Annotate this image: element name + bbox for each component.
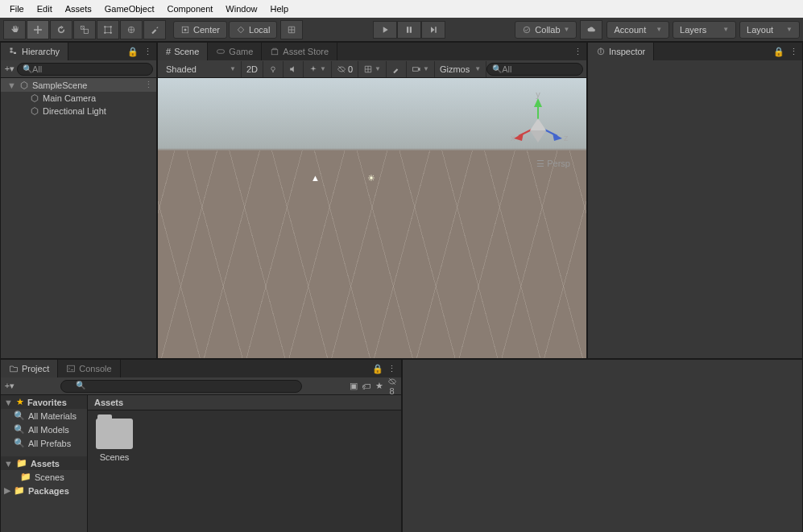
project-search[interactable]: 🔍 (60, 380, 302, 393)
scene-root-item[interactable]: ▼ SampleScene ⋮ (1, 78, 156, 92)
menu-window[interactable]: Window (219, 4, 263, 14)
audio-toggle[interactable] (284, 61, 304, 77)
menu-component[interactable]: Component (160, 4, 219, 14)
layout-dropdown[interactable]: Layout▼ (739, 21, 800, 39)
rotate-tool-button[interactable] (50, 20, 72, 39)
scene-toolbar: Shaded▼ 2D ▼ 0 ▼ ▼ Gizmos▼ 🔍 All (158, 60, 586, 78)
grid-dropdown[interactable]: ▼ (358, 61, 387, 77)
transform-tool-button[interactable] (120, 20, 143, 39)
scene-icon: # (166, 47, 171, 56)
orientation-gizmo[interactable]: y x z (506, 86, 570, 167)
assets-folder[interactable]: ▼📁 Assets (1, 456, 87, 470)
svg-marker-24 (514, 133, 524, 141)
favorite-item[interactable]: 🔍 All Prefabs (1, 436, 87, 450)
scale-tool-button[interactable] (73, 20, 96, 39)
draw-mode-dropdown[interactable]: Shaded▼ (161, 61, 242, 77)
breadcrumb[interactable]: Assets (88, 395, 401, 410)
folder-icon (9, 364, 19, 373)
lightbulb-icon (268, 64, 278, 74)
panel-menu-icon[interactable]: ⋮ (142, 47, 153, 57)
menu-file[interactable]: File (3, 4, 31, 14)
filter-by-type-icon[interactable]: ▣ (348, 381, 359, 391)
scene-viewport[interactable]: ▲ ☀ y x z ☰ Persp (158, 78, 586, 358)
move-tool-button[interactable] (27, 20, 49, 39)
hand-tool-button[interactable] (3, 20, 26, 39)
collab-dropdown[interactable]: Collab▼ (515, 21, 577, 39)
pause-button[interactable] (397, 21, 421, 39)
scene-menu-icon[interactable]: ⋮ (144, 80, 153, 90)
filter-by-label-icon[interactable]: 🏷 (361, 381, 372, 391)
panel-menu-icon[interactable]: ⋮ (387, 364, 398, 374)
create-dropdown[interactable]: +▾ (4, 64, 15, 74)
custom-tool-button[interactable] (143, 20, 166, 39)
2d-toggle[interactable]: 2D (242, 61, 263, 77)
inspector-icon: i (596, 47, 606, 56)
menu-help[interactable]: Help (263, 4, 295, 14)
svg-point-5 (104, 31, 106, 33)
folder-item[interactable]: 📁 Scenes (1, 470, 87, 484)
create-dropdown[interactable]: +▾ (4, 381, 15, 391)
hierarchy-item[interactable]: Directional Light (1, 105, 156, 118)
svg-rect-13 (10, 48, 13, 50)
menu-gameobject[interactable]: GameObject (98, 4, 161, 14)
menu-assets[interactable]: Assets (59, 4, 98, 14)
panel-menu-icon[interactable]: ⋮ (572, 47, 583, 57)
fx-dropdown[interactable]: ▼ (304, 61, 332, 77)
light-gizmo-icon: ☀ (367, 173, 375, 184)
svg-marker-21 (534, 98, 542, 107)
favorite-item[interactable]: 🔍 All Materials (1, 409, 87, 423)
hierarchy-item[interactable]: Main Camera (1, 92, 156, 105)
lock-icon[interactable]: 🔒 (773, 47, 784, 57)
hierarchy-tree: ▼ SampleScene ⋮ Main Camera Directional … (1, 78, 156, 358)
menu-edit[interactable]: Edit (31, 4, 59, 14)
hierarchy-tab[interactable]: Hierarchy (1, 43, 68, 60)
project-tree: ▼★Favorites 🔍 All Materials 🔍 All Models… (1, 395, 88, 532)
play-button[interactable] (373, 21, 397, 39)
camera-dropdown[interactable]: ▼ (407, 61, 435, 77)
rotation-toggle[interactable]: Local (229, 21, 277, 39)
camera-icon (412, 64, 421, 74)
asset-store-tab[interactable]: Asset Store (262, 43, 337, 60)
perspective-label[interactable]: ☰ Persp (536, 159, 570, 169)
game-tab[interactable]: Game (208, 43, 262, 60)
inspector-tab[interactable]: iInspector (588, 43, 654, 60)
pivot-toggle[interactable]: Center (173, 21, 227, 39)
account-dropdown[interactable]: Account▼ (606, 21, 669, 39)
scene-tab[interactable]: #Scene (158, 43, 208, 60)
packages-folder[interactable]: ▶📁 Packages (1, 484, 87, 497)
snap-button[interactable] (280, 20, 303, 39)
visibility-off-icon (337, 64, 346, 74)
tools-button[interactable] (387, 61, 407, 77)
rect-icon (103, 25, 113, 35)
game-icon (216, 47, 226, 56)
favorites-header[interactable]: ▼★Favorites (1, 395, 87, 409)
hidden-objects[interactable]: 0 (332, 61, 358, 77)
foldout-icon: ▼ (7, 80, 16, 90)
svg-marker-29 (530, 118, 546, 130)
rotate-icon (56, 25, 66, 35)
favorite-filter-icon[interactable]: ★ (374, 381, 385, 391)
gizmos-dropdown[interactable]: Gizmos▼ (435, 61, 486, 77)
lighting-toggle[interactable] (263, 61, 284, 77)
scene-search[interactable]: 🔍 All (486, 63, 583, 76)
svg-point-18 (271, 67, 275, 71)
lock-icon[interactable]: 🔒 (127, 47, 139, 57)
cloud-button[interactable] (580, 20, 602, 39)
wrench-icon (391, 64, 401, 74)
asset-folder-item[interactable]: Scenes (96, 419, 133, 462)
panel-menu-icon[interactable]: ⋮ (788, 47, 799, 57)
rect-tool-button[interactable] (97, 20, 119, 39)
step-button[interactable] (421, 21, 445, 39)
hidden-packages[interactable]: 8 (387, 376, 398, 396)
console-tab[interactable]: Console (58, 360, 120, 377)
cloud-icon (586, 25, 596, 35)
favorite-item[interactable]: 🔍 All Models (1, 423, 87, 436)
project-content: Assets Scenes (88, 395, 401, 532)
hierarchy-search[interactable]: 🔍 All (17, 63, 153, 76)
camera-gizmo-icon: ▲ (311, 173, 320, 183)
svg-rect-15 (14, 52, 16, 54)
layers-dropdown[interactable]: Layers▼ (673, 21, 736, 39)
svg-point-6 (110, 31, 112, 33)
lock-icon[interactable]: 🔒 (372, 364, 383, 374)
project-tab[interactable]: Project (1, 360, 58, 377)
